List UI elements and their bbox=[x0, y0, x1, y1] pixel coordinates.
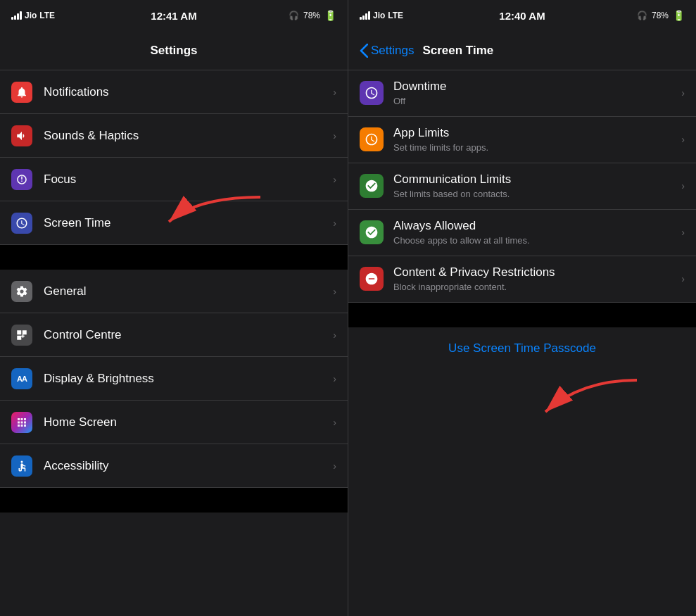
home-screen-label: Home Screen bbox=[44, 415, 333, 429]
home-screen-icon bbox=[11, 412, 32, 433]
settings-item-notifications[interactable]: Notifications › bbox=[0, 70, 348, 114]
right-headphone-icon: 🎧 bbox=[637, 11, 647, 20]
left-status-right: 🎧 78% 🔋 bbox=[289, 10, 336, 21]
settings-group-1: Notifications › Sounds & Haptics › bbox=[0, 70, 348, 245]
left-page-title: Settings bbox=[150, 44, 197, 58]
general-chevron: › bbox=[333, 286, 336, 297]
settings-group-2: General › Control Centre › AA Display & … bbox=[0, 270, 348, 488]
content-privacy-chevron: › bbox=[681, 273, 685, 284]
always-allowed-text: Always Allowed Choose apps to allow at a… bbox=[393, 218, 681, 247]
accessibility-label: Accessibility bbox=[44, 459, 333, 473]
right-status-carrier: Jio LTE bbox=[360, 11, 403, 20]
settings-item-accessibility[interactable]: Accessibility › bbox=[0, 444, 348, 488]
sounds-icon bbox=[11, 125, 32, 146]
communication-limits-chevron: › bbox=[681, 180, 685, 191]
settings-list: Notifications › Sounds & Haptics › bbox=[0, 70, 348, 616]
app-limits-chevron: › bbox=[681, 134, 685, 145]
left-nav-header: Settings bbox=[0, 31, 348, 70]
screen-time-icon bbox=[11, 213, 32, 234]
screen-time-item-app-limits[interactable]: App Limits Set time limits for apps. › bbox=[348, 117, 696, 163]
settings-item-sounds[interactable]: Sounds & Haptics › bbox=[0, 114, 348, 158]
app-limits-text: App Limits Set time limits for apps. bbox=[393, 125, 681, 154]
back-button[interactable]: Settings bbox=[360, 44, 414, 58]
focus-icon bbox=[11, 169, 32, 190]
app-limits-title: App Limits bbox=[393, 125, 681, 141]
left-status-bar: Jio LTE 12:41 AM 🎧 78% 🔋 bbox=[0, 0, 348, 31]
notifications-chevron: › bbox=[333, 87, 336, 98]
right-signal-icon bbox=[360, 11, 370, 20]
battery-icon: 🔋 bbox=[324, 10, 336, 21]
network-type: LTE bbox=[39, 11, 55, 20]
communication-limits-subtitle: Set limits based on contacts. bbox=[393, 189, 681, 201]
content-privacy-title: Content & Privacy Restrictions bbox=[393, 265, 681, 280]
always-allowed-chevron: › bbox=[681, 227, 685, 238]
screen-time-list: Downtime Off › App Limits Set time limit… bbox=[348, 70, 696, 616]
right-carrier-name: Jio bbox=[373, 11, 385, 20]
right-status-bar: Jio LTE 12:40 AM 🎧 78% 🔋 bbox=[348, 0, 696, 31]
signal-icon bbox=[11, 11, 22, 20]
group-divider-1 bbox=[0, 245, 348, 270]
notifications-label: Notifications bbox=[44, 85, 333, 99]
home-screen-chevron: › bbox=[333, 417, 336, 428]
settings-item-home-screen[interactable]: Home Screen › bbox=[0, 401, 348, 444]
content-privacy-icon bbox=[360, 267, 384, 291]
passcode-button[interactable]: Use Screen Time Passcode bbox=[348, 327, 696, 370]
communication-limits-title: Communication Limits bbox=[393, 172, 681, 187]
passcode-label: Use Screen Time Passcode bbox=[448, 341, 596, 356]
content-privacy-text: Content & Privacy Restrictions Block ina… bbox=[393, 265, 681, 294]
right-panel: Jio LTE 12:40 AM 🎧 78% 🔋 Settings Screen… bbox=[348, 0, 696, 616]
downtime-subtitle: Off bbox=[393, 96, 681, 108]
communication-limits-icon bbox=[360, 174, 384, 198]
screen-time-item-communication-limits[interactable]: Communication Limits Set limits based on… bbox=[348, 163, 696, 210]
app-limits-icon bbox=[360, 127, 384, 151]
focus-chevron: › bbox=[333, 174, 336, 185]
back-label: Settings bbox=[371, 44, 414, 58]
screen-time-item-downtime[interactable]: Downtime Off › bbox=[348, 70, 696, 117]
right-network-type: LTE bbox=[388, 11, 403, 20]
screen-time-item-always-allowed[interactable]: Always Allowed Choose apps to allow at a… bbox=[348, 210, 696, 256]
accessibility-icon bbox=[11, 455, 32, 477]
screen-time-item-content-privacy[interactable]: Content & Privacy Restrictions Block ina… bbox=[348, 256, 696, 303]
always-allowed-title: Always Allowed bbox=[393, 218, 681, 234]
control-centre-label: Control Centre bbox=[44, 328, 333, 342]
right-arrow-annotation bbox=[489, 373, 644, 444]
battery-percent: 78% bbox=[303, 11, 320, 20]
control-centre-chevron: › bbox=[333, 329, 336, 341]
left-time: 12:41 AM bbox=[151, 10, 196, 22]
general-icon bbox=[11, 281, 32, 302]
downtime-title: Downtime bbox=[393, 79, 681, 94]
bottom-divider bbox=[348, 303, 696, 327]
right-nav-header: Settings Screen Time bbox=[348, 31, 696, 70]
sounds-label: Sounds & Haptics bbox=[44, 129, 333, 143]
always-allowed-icon bbox=[360, 220, 384, 244]
display-label: Display & Brightness bbox=[44, 372, 333, 386]
content-privacy-subtitle: Block inappropriate content. bbox=[393, 282, 681, 294]
svg-point-0 bbox=[21, 460, 23, 463]
settings-item-control-centre[interactable]: Control Centre › bbox=[0, 313, 348, 357]
downtime-chevron: › bbox=[681, 87, 685, 99]
app-limits-subtitle: Set time limits for apps. bbox=[393, 142, 681, 154]
display-icon: AA bbox=[11, 368, 32, 389]
accessibility-chevron: › bbox=[333, 460, 336, 472]
left-panel: Jio LTE 12:41 AM 🎧 78% 🔋 Settings Notifi… bbox=[0, 0, 348, 616]
screen-time-chevron: › bbox=[333, 218, 336, 229]
settings-item-display[interactable]: AA Display & Brightness › bbox=[0, 357, 348, 401]
display-chevron: › bbox=[333, 373, 336, 384]
settings-item-general[interactable]: General › bbox=[0, 270, 348, 313]
carrier-name: Jio bbox=[25, 11, 37, 20]
settings-item-screen-time[interactable]: Screen Time › bbox=[0, 201, 348, 245]
right-page-title: Screen Time bbox=[422, 44, 493, 58]
always-allowed-subtitle: Choose apps to allow at all times. bbox=[393, 235, 681, 247]
group-divider-2 bbox=[0, 488, 348, 513]
sounds-chevron: › bbox=[333, 130, 336, 142]
headphone-icon: 🎧 bbox=[289, 11, 299, 20]
control-centre-icon bbox=[11, 325, 32, 346]
right-battery-percent: 78% bbox=[652, 11, 669, 20]
downtime-text: Downtime Off bbox=[393, 79, 681, 108]
settings-item-focus[interactable]: Focus › bbox=[0, 158, 348, 201]
general-label: General bbox=[44, 284, 333, 298]
right-time: 12:40 AM bbox=[499, 10, 545, 22]
communication-limits-text: Communication Limits Set limits based on… bbox=[393, 172, 681, 201]
right-status-right: 🎧 78% 🔋 bbox=[637, 10, 685, 21]
notifications-icon bbox=[11, 82, 32, 103]
